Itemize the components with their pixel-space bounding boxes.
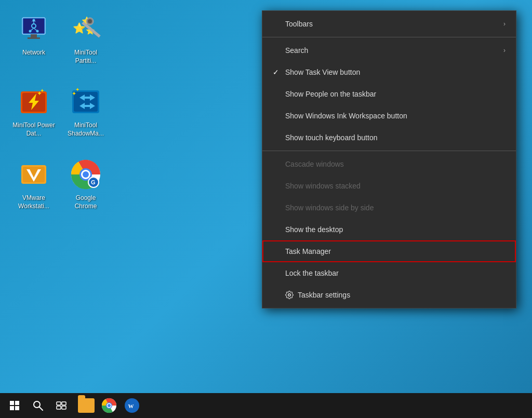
start-icon <box>10 401 19 410</box>
network-icon <box>17 12 50 46</box>
menu-item-toolbars[interactable]: Toolbars › <box>262 13 516 35</box>
toolbars-label: Toolbars <box>285 20 313 28</box>
minitool-partition-icon: ⭐ ⭐ ⭐ <box>69 12 102 46</box>
svg-rect-39 <box>62 406 66 409</box>
minitool-shadow-icon: ✦ ✦ <box>69 85 102 118</box>
wps-taskbar-icon: W <box>124 398 140 413</box>
menu-item-side-by-side[interactable]: Show windows side by side <box>262 197 516 219</box>
svg-point-34 <box>34 401 40 408</box>
show-touch-keyboard-label: Show touch keyboard button <box>285 133 377 142</box>
folder-icon <box>78 398 95 413</box>
gear-icon <box>285 291 294 299</box>
desktop-icon-network[interactable]: Network <box>10 10 57 78</box>
menu-item-task-manager[interactable]: Task Manager <box>262 240 516 262</box>
taskbar-settings-label: Taskbar settings <box>298 291 350 299</box>
menu-item-taskbar-settings[interactable]: Taskbar settings <box>262 284 516 306</box>
minitool-partition-label: MiniTool Partiti... <box>64 49 107 65</box>
svg-rect-3 <box>28 37 40 39</box>
desktop: Network ⭐ ⭐ ⭐ MiniTool Partiti... <box>0 0 532 418</box>
separator-1 <box>262 37 516 37</box>
svg-rect-37 <box>62 402 66 405</box>
toolbars-arrow: › <box>503 20 506 28</box>
chrome-label: Google Chrome <box>64 194 107 210</box>
taskbar-wps[interactable]: W <box>122 395 142 416</box>
cascade-label: Cascade windows <box>285 160 344 168</box>
network-label: Network <box>22 49 45 57</box>
taskbar-file-explorer[interactable] <box>76 395 97 416</box>
svg-text:✦: ✦ <box>75 87 79 92</box>
task-view-button[interactable] <box>49 393 74 418</box>
svg-text:✦: ✦ <box>40 88 44 93</box>
menu-item-show-people[interactable]: Show People on the taskbar <box>262 83 516 105</box>
lock-taskbar-label: Lock the taskbar <box>285 269 339 277</box>
svg-line-35 <box>39 407 43 410</box>
show-people-label: Show People on the taskbar <box>285 90 376 98</box>
desktop-icons: Network ⭐ ⭐ ⭐ MiniTool Partiti... <box>10 10 109 223</box>
chrome-icon: G <box>69 158 102 191</box>
menu-item-cascade[interactable]: Cascade windows <box>262 153 516 175</box>
desktop-icon-minitool-shadow[interactable]: ✦ ✦ MiniTool ShadowMa... <box>62 83 109 151</box>
svg-point-43 <box>108 404 111 407</box>
svg-point-10 <box>36 30 39 33</box>
menu-item-show-ink[interactable]: Show Windows Ink Workspace button <box>262 105 516 127</box>
vmware-label: VMware Workstati... <box>12 194 55 210</box>
menu-item-stacked[interactable]: Show windows stacked <box>262 175 516 197</box>
taskbar-app-icons: W <box>76 395 142 416</box>
checkmark-task-view: ✓ <box>273 68 283 76</box>
svg-rect-36 <box>57 402 61 405</box>
show-ink-label: Show Windows Ink Workspace button <box>285 112 407 120</box>
minitool-shadow-label: MiniTool ShadowMa... <box>64 122 107 138</box>
separator-2 <box>262 151 516 151</box>
svg-text:W: W <box>128 403 134 409</box>
task-manager-label: Task Manager <box>285 247 331 255</box>
desktop-icon-minitool-power[interactable]: ✦ ✦ MiniTool Power Dat... <box>10 83 57 151</box>
taskbar-chrome[interactable] <box>99 395 119 416</box>
svg-point-15 <box>88 19 92 23</box>
chrome-taskbar-icon <box>101 398 117 413</box>
minitool-power-label: MiniTool Power Dat... <box>12 122 55 138</box>
vmware-icon <box>17 158 50 191</box>
taskbar-search-button[interactable] <box>27 393 49 418</box>
menu-item-lock-taskbar[interactable]: Lock the taskbar <box>262 262 516 284</box>
task-view-label: Show Task View button <box>285 68 360 76</box>
minitool-power-icon: ✦ ✦ <box>17 85 50 118</box>
svg-point-9 <box>29 30 32 33</box>
svg-rect-2 <box>31 34 37 37</box>
start-button[interactable] <box>2 393 27 418</box>
taskbar: W <box>0 393 532 418</box>
show-desktop-label: Show the desktop <box>285 225 343 234</box>
search-arrow: › <box>503 47 506 54</box>
menu-item-show-desktop[interactable]: Show the desktop <box>262 219 516 240</box>
svg-point-31 <box>83 171 89 178</box>
desktop-icon-chrome[interactable]: G Google Chrome <box>62 156 109 223</box>
task-view-icon <box>56 400 66 411</box>
svg-rect-22 <box>74 92 98 112</box>
desktop-icon-vmware[interactable]: VMware Workstati... <box>10 156 57 223</box>
show-stacked-label: Show windows stacked <box>285 182 361 190</box>
menu-item-search[interactable]: Search › <box>262 39 516 61</box>
menu-item-task-view[interactable]: ✓ Show Task View button <box>262 61 516 83</box>
svg-rect-38 <box>57 406 61 409</box>
context-menu: Toolbars › Search › ✓ Show Task View but… <box>262 10 516 308</box>
menu-item-show-touch-keyboard[interactable]: Show touch keyboard button <box>262 127 516 149</box>
search-label: Search <box>285 46 308 55</box>
search-icon <box>33 400 43 411</box>
svg-text:G: G <box>91 179 96 185</box>
desktop-icon-minitool-partition[interactable]: ⭐ ⭐ ⭐ MiniTool Partiti... <box>62 10 109 78</box>
show-side-by-side-label: Show windows side by side <box>285 204 374 212</box>
